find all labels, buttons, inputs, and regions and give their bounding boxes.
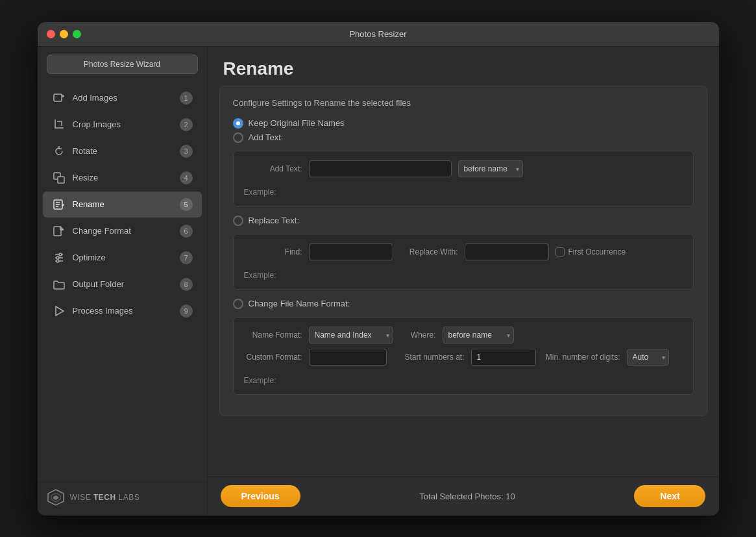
- svg-marker-16: [56, 306, 64, 316]
- min-digits-label: Min. number of digits:: [543, 353, 620, 362]
- sidebar-label-resize: Resize: [73, 173, 99, 182]
- replace-text-example-label: Example:: [244, 271, 276, 280]
- radio-change-format[interactable]: Change File Name Format:: [233, 299, 694, 309]
- sidebar: Photos Resize Wizard Add Images 1: [38, 47, 208, 516]
- add-text-input[interactable]: [309, 160, 452, 177]
- minimize-button[interactable]: [60, 30, 68, 38]
- svg-rect-4: [58, 177, 64, 183]
- add-text-example-row: Example:: [244, 182, 683, 197]
- replace-text-example-row: Example:: [244, 266, 683, 280]
- replace-text-form-box: Find: Replace With: First Occurrence Exa…: [233, 234, 694, 290]
- replace-with-label: Replace With:: [400, 247, 458, 256]
- traffic-lights: [47, 30, 81, 38]
- main-panel: Rename Configure Settings to Rename the …: [208, 47, 719, 516]
- change-format-icon: [52, 224, 66, 238]
- custom-format-input[interactable]: [309, 349, 387, 366]
- rotate-icon: [52, 144, 66, 158]
- radio-replace-text[interactable]: Replace Text:: [233, 216, 694, 226]
- radio-replace-text-indicator: [233, 216, 243, 226]
- svg-point-15: [56, 260, 59, 262]
- where-label: Where:: [400, 331, 436, 340]
- start-numbers-label: Start numbers at:: [393, 353, 465, 362]
- change-format-row2: Custom Format: Start numbers at: Min. nu…: [244, 349, 683, 366]
- sidebar-label-output-folder: Output Folder: [73, 279, 125, 289]
- sidebar-item-optimize[interactable]: Optimize 7: [43, 245, 202, 271]
- sidebar-item-resize[interactable]: Resize 4: [43, 165, 202, 191]
- replace-text-form-row: Find: Replace With: First Occurrence: [244, 244, 683, 260]
- radio-keep-original[interactable]: Keep Original File Names: [233, 118, 694, 129]
- settings-card-title: Configure Settings to Rename the selecte…: [233, 98, 694, 108]
- footer-status: Total Selected Photos: 10: [419, 492, 515, 501]
- add-text-label: Add Text:: [244, 164, 302, 173]
- custom-format-label: Custom Format:: [244, 353, 302, 362]
- sidebar-footer: WISE TECH LABS: [38, 479, 207, 516]
- crop-images-icon: [52, 118, 66, 132]
- app-window: Photos Resizer Photos Resize Wizard Add …: [38, 22, 719, 516]
- add-text-position-select[interactable]: before name after name: [458, 160, 523, 177]
- panel-footer: Previous Total Selected Photos: 10 Next: [208, 477, 719, 516]
- radio-keep-original-label: Keep Original File Names: [249, 118, 345, 128]
- sidebar-badge-optimize: 7: [180, 251, 193, 264]
- sidebar-label-process-images: Process Images: [73, 306, 133, 316]
- title-bar: Photos Resizer: [38, 22, 719, 47]
- min-digits-select-wrapper: Auto 1 2 3 4: [627, 349, 669, 366]
- sidebar-badge-resize: 4: [180, 171, 193, 184]
- sidebar-item-crop-images[interactable]: Crop Images 2: [43, 112, 202, 138]
- output-folder-icon: [52, 277, 66, 292]
- where-select[interactable]: before name after name: [443, 327, 514, 343]
- find-input[interactable]: [309, 244, 393, 260]
- change-format-form-box: Name Format: Name and Index Index only C…: [233, 317, 694, 395]
- sidebar-badge-crop-images: 2: [180, 118, 193, 131]
- sidebar-item-add-images[interactable]: Add Images 1: [43, 85, 202, 111]
- find-label: Find:: [244, 247, 302, 256]
- main-content: Photos Resize Wizard Add Images 1: [38, 47, 719, 516]
- radio-add-text[interactable]: Add Text:: [233, 132, 694, 143]
- name-format-label: Name Format:: [244, 331, 302, 340]
- wizard-button[interactable]: Photos Resize Wizard: [47, 55, 198, 74]
- maximize-button[interactable]: [73, 30, 81, 38]
- page-title: Rename: [223, 58, 703, 79]
- sidebar-item-rename[interactable]: Rename 5: [43, 192, 202, 218]
- svg-point-14: [59, 253, 62, 256]
- sidebar-badge-rotate: 3: [180, 145, 193, 158]
- replace-with-input[interactable]: [465, 244, 549, 260]
- radio-change-format-label: Change File Name Format:: [249, 299, 350, 308]
- min-digits-select[interactable]: Auto 1 2 3 4: [627, 349, 669, 366]
- panel-body: Configure Settings to Rename the selecte…: [208, 86, 719, 477]
- svg-point-13: [56, 256, 59, 259]
- sidebar-item-process-images[interactable]: Process Images 9: [43, 298, 202, 324]
- sidebar-item-change-format[interactable]: Change Format 6: [43, 218, 202, 244]
- sidebar-badge-process-images: 9: [180, 305, 193, 318]
- first-occurrence-label: First Occurrence: [568, 247, 626, 256]
- radio-keep-original-indicator: [233, 118, 243, 129]
- next-button[interactable]: Next: [634, 485, 705, 507]
- sidebar-label-change-format: Change Format: [73, 226, 131, 236]
- start-number-input[interactable]: [471, 349, 536, 366]
- sidebar-label-crop-images: Crop Images: [73, 119, 121, 129]
- first-occurrence-checkbox[interactable]: [555, 247, 565, 256]
- change-format-example-row: Example:: [244, 371, 683, 385]
- process-images-icon: [52, 304, 66, 318]
- sidebar-label-rotate: Rotate: [73, 146, 97, 156]
- previous-button[interactable]: Previous: [221, 485, 300, 507]
- sidebar-label-rename: Rename: [73, 199, 104, 209]
- radio-add-text-indicator: [233, 132, 243, 143]
- radio-replace-text-label: Replace Text:: [249, 216, 300, 225]
- sidebar-item-rotate[interactable]: Rotate 3: [43, 138, 202, 164]
- where-select-wrapper: before name after name: [443, 327, 514, 343]
- wise-tech-logo: [47, 488, 65, 506]
- sidebar-label-add-images: Add Images: [73, 93, 117, 103]
- change-format-example-label: Example:: [244, 376, 276, 385]
- add-text-form-box: Add Text: before name after name Example…: [233, 151, 694, 206]
- first-occurrence-checkbox-row: First Occurrence: [555, 247, 626, 256]
- close-button[interactable]: [47, 30, 55, 38]
- sidebar-badge-rename: 5: [180, 198, 193, 211]
- name-format-select[interactable]: Name and Index Index only Custom: [309, 327, 393, 343]
- sidebar-badge-change-format: 6: [180, 225, 193, 238]
- sidebar-label-optimize: Optimize: [73, 253, 106, 262]
- svg-marker-19: [53, 495, 58, 500]
- sidebar-item-output-folder[interactable]: Output Folder 8: [43, 271, 202, 297]
- optimize-icon: [52, 251, 66, 265]
- nav-items: Add Images 1 Crop Images 2: [38, 82, 207, 479]
- sidebar-badge-add-images: 1: [180, 92, 193, 105]
